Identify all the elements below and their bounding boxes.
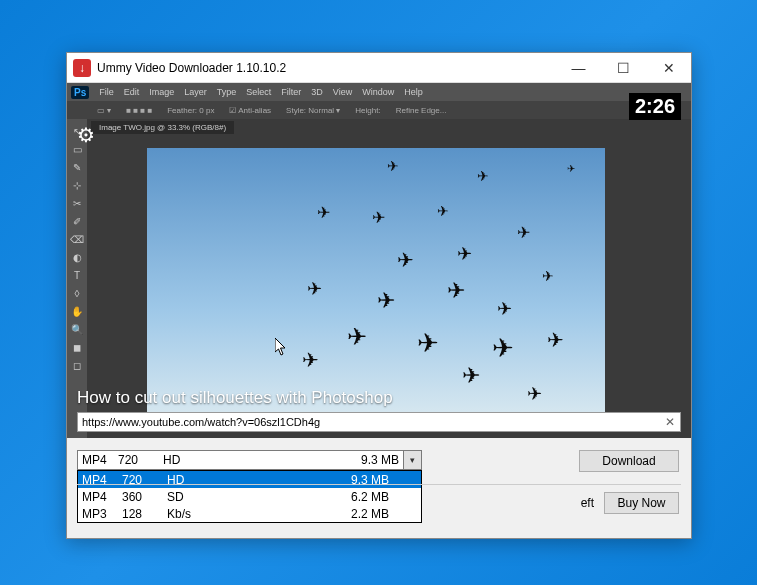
format-select-display[interactable]: MP4 720 HD 9.3 MB ▾: [77, 450, 422, 470]
divider: [77, 484, 681, 485]
format-dropdown: MP4 720 HD 9.3 MB MP4 360 SD 6.2 MB MP3 …: [77, 470, 422, 523]
video-canvas: ✈ ✈ ✈ ✈ ✈ ✈ ✈ ✈ ✈ ✈ ✈ ✈ ✈ ✈ ✈ ✈ ✈ ✈ ✈ ✈ …: [147, 148, 605, 418]
trial-label: eft: [581, 496, 594, 510]
format-selector: MP4 720 HD 9.3 MB ▾ MP4 720 HD 9.3 MB MP…: [77, 450, 422, 523]
window-title: Ummy Video Downloader 1.10.10.2: [97, 61, 556, 75]
url-input[interactable]: [78, 416, 660, 428]
url-bar: ✕: [77, 412, 681, 432]
format-option[interactable]: MP4 720 HD 9.3 MB: [78, 471, 421, 488]
close-button[interactable]: ✕: [646, 53, 691, 83]
photoshop-optionsbar: ▭ ▾ ■ ■ ■ ■ Feather: 0 px ☑ Anti-alias S…: [67, 101, 691, 119]
controls-area: MP4 720 HD 9.3 MB ▾ MP4 720 HD 9.3 MB MP…: [67, 438, 691, 538]
trial-row: eft Buy Now: [581, 492, 679, 514]
app-icon: ↓: [73, 59, 91, 77]
buy-now-button[interactable]: Buy Now: [604, 492, 679, 514]
mouse-cursor-icon: [275, 338, 287, 356]
settings-gear-icon[interactable]: ⚙: [77, 123, 95, 147]
format-option[interactable]: MP4 360 SD 6.2 MB: [78, 488, 421, 505]
video-preview: Ps File Edit Image Layer Type Select Fil…: [67, 83, 691, 438]
video-title: How to cut out silhouettes with Photosho…: [77, 388, 393, 408]
photoshop-menubar: Ps File Edit Image Layer Type Select Fil…: [67, 83, 691, 101]
photoshop-doc-tab: Image TWO.jpg @ 33.3% (RGB/8#): [91, 121, 234, 134]
maximize-button[interactable]: ☐: [601, 53, 646, 83]
video-duration: 2:26: [629, 93, 681, 120]
app-window: ↓ Ummy Video Downloader 1.10.10.2 — ☐ ✕ …: [66, 52, 692, 539]
clear-url-icon[interactable]: ✕: [660, 415, 680, 429]
minimize-button[interactable]: —: [556, 53, 601, 83]
photoshop-logo: Ps: [71, 86, 89, 99]
chevron-down-icon[interactable]: ▾: [403, 451, 421, 469]
format-option[interactable]: MP3 128 Kb/s 2.2 MB: [78, 505, 421, 522]
download-button[interactable]: Download: [579, 450, 679, 472]
window-controls: — ☐ ✕: [556, 53, 691, 83]
titlebar: ↓ Ummy Video Downloader 1.10.10.2 — ☐ ✕: [67, 53, 691, 83]
